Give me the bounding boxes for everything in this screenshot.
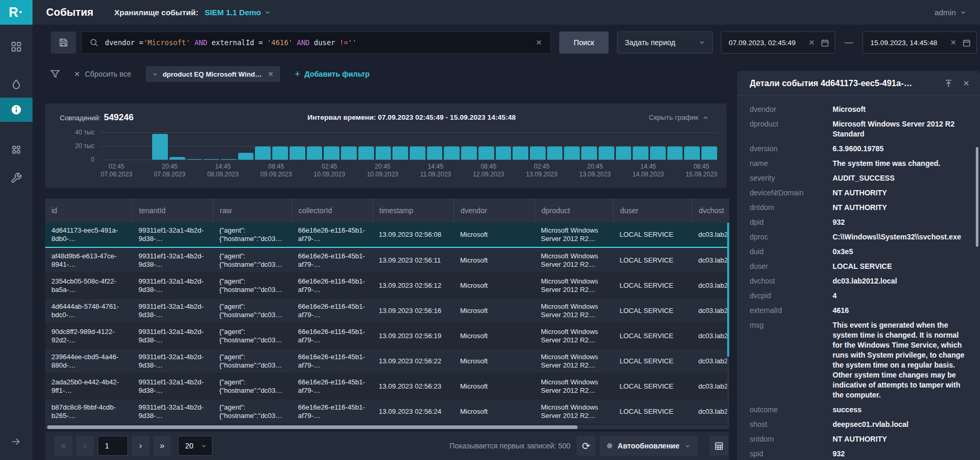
filter-chip[interactable]: dproduct EQ Microsoft Wind… ✕ <box>146 66 280 82</box>
table-row[interactable]: af48d9b6-e613-47ce-8941-…99311ef1-32a1-4… <box>45 248 729 273</box>
detail-key: duid <box>750 247 833 257</box>
page-size-select[interactable]: 20 <box>178 436 212 456</box>
chart-bar <box>290 147 305 160</box>
cell-dvchost: dc03.lab2012.local <box>692 307 729 315</box>
detail-value: Microsoft <box>833 104 968 114</box>
query-text: dvendor ='Microsoft' AND externalId = '4… <box>105 38 535 47</box>
details-scrollbar-thumb[interactable] <box>976 147 978 247</box>
chart-bar <box>564 147 580 160</box>
chart-bar <box>701 147 717 160</box>
date-from-field[interactable]: 07.09.2023, 02:45:49 ✕ <box>721 32 835 54</box>
table-row[interactable]: 2354cb05-508c-4f22-ba5a-…99311ef1-32a1-4… <box>45 273 729 298</box>
table-horizontal-scrollbar-thumb[interactable] <box>47 425 578 429</box>
sidebar-item-groups[interactable] <box>0 138 33 162</box>
clear-date-to-icon[interactable]: ✕ <box>949 38 957 47</box>
column-header-tenantId[interactable]: tenantId <box>132 198 213 223</box>
clear-date-from-icon[interactable]: ✕ <box>807 38 816 47</box>
sidebar-item-dashboard[interactable] <box>0 35 33 59</box>
app-logo[interactable]: R· <box>0 0 33 25</box>
interval-label: Интервал времени: <box>307 113 376 121</box>
column-header-duser[interactable]: duser <box>613 198 692 223</box>
query-token: = <box>139 38 143 47</box>
search-button[interactable]: Поиск <box>559 32 609 54</box>
sidebar-collapse-button[interactable] <box>0 430 33 454</box>
detail-value: dc03.lab2012.local <box>833 276 968 286</box>
table-horizontal-scrollbar[interactable] <box>45 425 729 429</box>
period-select-value: Задать период <box>625 38 675 47</box>
detail-row: msgThis event is generated when the syst… <box>750 320 968 400</box>
cell-tenantId: 99311ef1-32a1-4b2d-9d38-… <box>132 353 213 370</box>
chart-bar <box>667 147 683 160</box>
cell-id: 2354cb05-508c-4f22-ba5a-… <box>45 277 132 294</box>
refresh-button[interactable]: ⟳ <box>577 436 595 456</box>
add-filter-button[interactable]: + Добавить фильтр <box>295 69 370 79</box>
detail-value: AUDIT_SUCCESS <box>833 173 968 183</box>
table-vertical-scrollbar-thumb[interactable] <box>727 223 729 357</box>
last-page-button[interactable]: » <box>153 436 171 456</box>
detail-key: shost <box>750 420 833 430</box>
reset-all-filters-button[interactable]: ✕ Сбросить все <box>74 70 131 78</box>
sidebar-item-events[interactable] <box>0 98 33 122</box>
column-header-timestamp[interactable]: timestamp <box>372 198 454 223</box>
hide-chart-button[interactable]: Скрыть график <box>649 113 709 121</box>
chart-bar <box>633 147 648 160</box>
sidebar-item-sources[interactable] <box>0 72 33 97</box>
table-footer: « ‹ 1 › » 20 Показывается первых записей… <box>45 432 729 460</box>
export-icon[interactable] <box>944 79 953 88</box>
groups-icon <box>10 144 22 155</box>
query-token: AND <box>190 38 212 47</box>
date-to-field[interactable]: 15.09.2023, 14:45:48 ✕ <box>862 32 977 54</box>
column-header-collectorId[interactable]: collectorId <box>292 198 372 223</box>
storage-selector[interactable]: SIEM 1.1 Demo <box>205 8 271 17</box>
detail-key: sntdom <box>750 434 833 444</box>
detail-value: 4 <box>833 291 968 301</box>
column-header-dproduct[interactable]: dproduct <box>535 198 613 223</box>
save-query-button[interactable] <box>51 32 76 54</box>
autoupdate-toggle[interactable]: Автообновление <box>600 436 698 456</box>
storage-selector-value: SIEM 1.1 Demo <box>205 8 261 17</box>
column-header-dvchost[interactable]: dvchost <box>692 198 729 223</box>
close-details-icon[interactable]: ✕ <box>963 79 970 88</box>
x-axis-tick: 08:4509.09.2023 <box>260 163 292 179</box>
detail-key: outcome <box>750 405 833 415</box>
prev-page-button[interactable]: ‹ <box>76 436 94 456</box>
cell-duser: LOCAL SERVICE <box>613 231 692 239</box>
chart-bar <box>581 147 597 160</box>
detail-key: dvchost <box>750 276 833 286</box>
table-row[interactable]: 4d6444ab-5748-4761-bdc0-…99311ef1-32a1-4… <box>45 298 729 323</box>
columns-settings-button[interactable] <box>709 436 728 456</box>
detail-key: msg <box>750 320 833 400</box>
chevron-down-icon <box>960 9 966 16</box>
table-row[interactable]: 90dc8ff2-989d-4122-92d2-…99311ef1-32a1-4… <box>45 323 729 349</box>
chart-bars <box>101 132 717 160</box>
detail-row: dprocC:\\Windows\\System32\\svchost.exe <box>750 232 968 242</box>
first-page-button[interactable]: « <box>55 436 72 456</box>
remove-filter-icon[interactable]: ✕ <box>267 70 275 78</box>
cell-duser: LOCAL SERVICE <box>613 256 692 265</box>
detail-row: outcomesuccess <box>750 405 968 415</box>
table-row[interactable]: 239644ee-cbd5-4a46-880d-…99311ef1-32a1-4… <box>45 349 729 374</box>
next-page-button[interactable]: › <box>132 436 150 456</box>
detail-row: shostdeepsec01.rvlab.local <box>750 420 968 430</box>
date-to-value: 15.09.2023, 14:45:48 <box>870 39 944 47</box>
x-axis-labels: 02:4507.09.202320:4507.09.202314:4508.09… <box>101 163 717 179</box>
table-row[interactable]: 2ada25b0-e442-4b42-9ff1-…99311ef1-32a1-4… <box>45 374 729 399</box>
table-row[interactable]: b87dc8c8-9bbf-4cdb-b265-…99311ef1-32a1-4… <box>45 399 729 424</box>
user-menu[interactable]: admin <box>934 8 966 17</box>
search-input[interactable]: dvendor ='Microsoft' AND externalId = '4… <box>81 32 551 54</box>
clear-query-icon[interactable]: ✕ <box>535 38 543 47</box>
filter-funnel-icon[interactable] <box>50 69 60 79</box>
period-select[interactable]: Задать период <box>617 32 713 54</box>
column-header-raw[interactable]: raw <box>213 198 292 223</box>
cell-duser: LOCAL SERVICE <box>613 332 692 340</box>
detail-value: 6.3.9600.19785 <box>833 144 968 154</box>
sidebar-item-settings[interactable] <box>0 166 33 190</box>
cell-dproduct: Microsoft Windows Server 2012 R2… <box>535 378 613 395</box>
detail-value: 932 <box>833 449 968 459</box>
date-from-value: 07.09.2023, 02:45:49 <box>729 39 803 47</box>
matches-label: Совпадений: <box>60 114 101 122</box>
page-number-input[interactable]: 1 <box>98 436 128 456</box>
column-header-id[interactable]: id <box>45 198 132 223</box>
table-row[interactable]: 4d641173-eec5-491a-8db0-…99311ef1-32a1-4… <box>45 223 729 248</box>
column-header-dvendor[interactable]: dvendor <box>454 198 535 223</box>
